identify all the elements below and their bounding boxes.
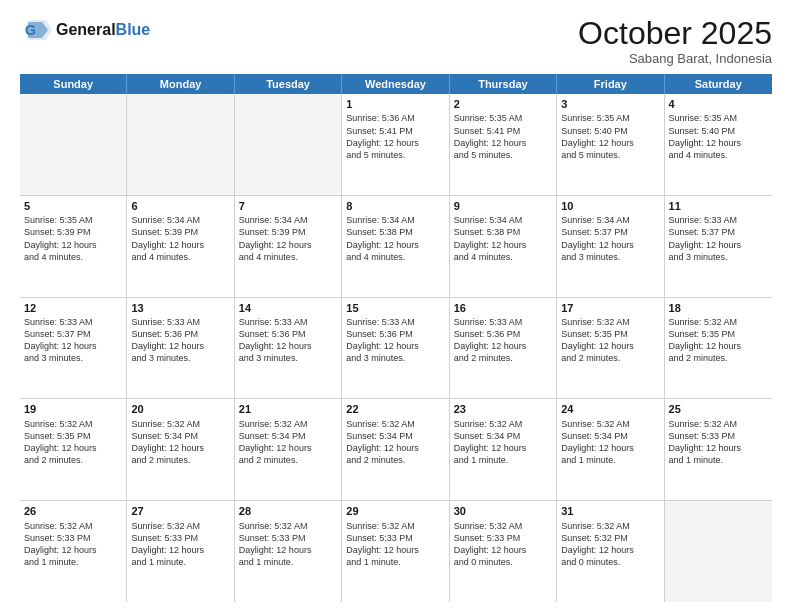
weeks: 1Sunrise: 5:36 AM Sunset: 5:41 PM Daylig…	[20, 94, 772, 602]
day-number: 10	[561, 199, 659, 213]
day-info: Sunrise: 5:35 AM Sunset: 5:41 PM Dayligh…	[454, 112, 552, 161]
calendar: SundayMondayTuesdayWednesdayThursdayFrid…	[20, 74, 772, 602]
day-info: Sunrise: 5:32 AM Sunset: 5:34 PM Dayligh…	[454, 418, 552, 467]
day-header: Monday	[127, 74, 234, 94]
day-info: Sunrise: 5:32 AM Sunset: 5:34 PM Dayligh…	[131, 418, 229, 467]
week-row-3: 12Sunrise: 5:33 AM Sunset: 5:37 PM Dayli…	[20, 298, 772, 400]
day-cell-17: 17Sunrise: 5:32 AM Sunset: 5:35 PM Dayli…	[557, 298, 664, 399]
day-cell-30: 30Sunrise: 5:32 AM Sunset: 5:33 PM Dayli…	[450, 501, 557, 602]
day-header: Thursday	[450, 74, 557, 94]
logo-text: GeneralBlue	[56, 21, 150, 39]
day-cell-6: 6Sunrise: 5:34 AM Sunset: 5:39 PM Daylig…	[127, 196, 234, 297]
day-info: Sunrise: 5:32 AM Sunset: 5:33 PM Dayligh…	[24, 520, 122, 569]
day-number: 9	[454, 199, 552, 213]
day-cell-11: 11Sunrise: 5:33 AM Sunset: 5:37 PM Dayli…	[665, 196, 772, 297]
day-info: Sunrise: 5:32 AM Sunset: 5:34 PM Dayligh…	[346, 418, 444, 467]
day-info: Sunrise: 5:33 AM Sunset: 5:36 PM Dayligh…	[131, 316, 229, 365]
day-cell-28: 28Sunrise: 5:32 AM Sunset: 5:33 PM Dayli…	[235, 501, 342, 602]
day-info: Sunrise: 5:35 AM Sunset: 5:40 PM Dayligh…	[669, 112, 768, 161]
day-cell-15: 15Sunrise: 5:33 AM Sunset: 5:36 PM Dayli…	[342, 298, 449, 399]
day-info: Sunrise: 5:32 AM Sunset: 5:33 PM Dayligh…	[346, 520, 444, 569]
day-cell-27: 27Sunrise: 5:32 AM Sunset: 5:33 PM Dayli…	[127, 501, 234, 602]
day-info: Sunrise: 5:34 AM Sunset: 5:38 PM Dayligh…	[346, 214, 444, 263]
day-number: 29	[346, 504, 444, 518]
day-info: Sunrise: 5:32 AM Sunset: 5:33 PM Dayligh…	[669, 418, 768, 467]
day-number: 31	[561, 504, 659, 518]
day-number: 12	[24, 301, 122, 315]
day-number: 18	[669, 301, 768, 315]
day-header: Tuesday	[235, 74, 342, 94]
day-number: 23	[454, 402, 552, 416]
day-cell-16: 16Sunrise: 5:33 AM Sunset: 5:36 PM Dayli…	[450, 298, 557, 399]
day-cell-25: 25Sunrise: 5:32 AM Sunset: 5:33 PM Dayli…	[665, 399, 772, 500]
day-info: Sunrise: 5:36 AM Sunset: 5:41 PM Dayligh…	[346, 112, 444, 161]
day-cell-9: 9Sunrise: 5:34 AM Sunset: 5:38 PM Daylig…	[450, 196, 557, 297]
day-header: Saturday	[665, 74, 772, 94]
day-info: Sunrise: 5:32 AM Sunset: 5:33 PM Dayligh…	[454, 520, 552, 569]
day-cell-23: 23Sunrise: 5:32 AM Sunset: 5:34 PM Dayli…	[450, 399, 557, 500]
day-info: Sunrise: 5:32 AM Sunset: 5:34 PM Dayligh…	[561, 418, 659, 467]
day-number: 6	[131, 199, 229, 213]
day-number: 28	[239, 504, 337, 518]
logo-icon: G	[20, 16, 52, 44]
week-row-2: 5Sunrise: 5:35 AM Sunset: 5:39 PM Daylig…	[20, 196, 772, 298]
day-info: Sunrise: 5:34 AM Sunset: 5:37 PM Dayligh…	[561, 214, 659, 263]
day-cell-13: 13Sunrise: 5:33 AM Sunset: 5:36 PM Dayli…	[127, 298, 234, 399]
day-cell-1: 1Sunrise: 5:36 AM Sunset: 5:41 PM Daylig…	[342, 94, 449, 195]
day-cell-21: 21Sunrise: 5:32 AM Sunset: 5:34 PM Dayli…	[235, 399, 342, 500]
day-header: Sunday	[20, 74, 127, 94]
logo: G GeneralBlue	[20, 16, 150, 44]
day-number: 17	[561, 301, 659, 315]
day-cell-31: 31Sunrise: 5:32 AM Sunset: 5:32 PM Dayli…	[557, 501, 664, 602]
day-number: 27	[131, 504, 229, 518]
day-info: Sunrise: 5:32 AM Sunset: 5:33 PM Dayligh…	[239, 520, 337, 569]
day-cell-29: 29Sunrise: 5:32 AM Sunset: 5:33 PM Dayli…	[342, 501, 449, 602]
day-info: Sunrise: 5:35 AM Sunset: 5:39 PM Dayligh…	[24, 214, 122, 263]
week-row-4: 19Sunrise: 5:32 AM Sunset: 5:35 PM Dayli…	[20, 399, 772, 501]
day-info: Sunrise: 5:35 AM Sunset: 5:40 PM Dayligh…	[561, 112, 659, 161]
empty-cell	[127, 94, 234, 195]
day-cell-5: 5Sunrise: 5:35 AM Sunset: 5:39 PM Daylig…	[20, 196, 127, 297]
day-cell-19: 19Sunrise: 5:32 AM Sunset: 5:35 PM Dayli…	[20, 399, 127, 500]
day-number: 26	[24, 504, 122, 518]
day-cell-22: 22Sunrise: 5:32 AM Sunset: 5:34 PM Dayli…	[342, 399, 449, 500]
day-cell-7: 7Sunrise: 5:34 AM Sunset: 5:39 PM Daylig…	[235, 196, 342, 297]
day-header: Friday	[557, 74, 664, 94]
day-info: Sunrise: 5:34 AM Sunset: 5:38 PM Dayligh…	[454, 214, 552, 263]
day-info: Sunrise: 5:33 AM Sunset: 5:37 PM Dayligh…	[669, 214, 768, 263]
week-row-1: 1Sunrise: 5:36 AM Sunset: 5:41 PM Daylig…	[20, 94, 772, 196]
day-info: Sunrise: 5:32 AM Sunset: 5:35 PM Dayligh…	[24, 418, 122, 467]
header: G GeneralBlue October 2025 Sabang Barat,…	[20, 16, 772, 66]
week-row-5: 26Sunrise: 5:32 AM Sunset: 5:33 PM Dayli…	[20, 501, 772, 602]
empty-cell	[20, 94, 127, 195]
day-info: Sunrise: 5:34 AM Sunset: 5:39 PM Dayligh…	[239, 214, 337, 263]
day-cell-26: 26Sunrise: 5:32 AM Sunset: 5:33 PM Dayli…	[20, 501, 127, 602]
day-info: Sunrise: 5:32 AM Sunset: 5:35 PM Dayligh…	[561, 316, 659, 365]
day-number: 11	[669, 199, 768, 213]
day-number: 5	[24, 199, 122, 213]
day-cell-10: 10Sunrise: 5:34 AM Sunset: 5:37 PM Dayli…	[557, 196, 664, 297]
day-number: 30	[454, 504, 552, 518]
day-number: 16	[454, 301, 552, 315]
day-cell-2: 2Sunrise: 5:35 AM Sunset: 5:41 PM Daylig…	[450, 94, 557, 195]
day-number: 24	[561, 402, 659, 416]
day-number: 2	[454, 97, 552, 111]
day-number: 4	[669, 97, 768, 111]
day-cell-18: 18Sunrise: 5:32 AM Sunset: 5:35 PM Dayli…	[665, 298, 772, 399]
day-cell-3: 3Sunrise: 5:35 AM Sunset: 5:40 PM Daylig…	[557, 94, 664, 195]
day-cell-20: 20Sunrise: 5:32 AM Sunset: 5:34 PM Dayli…	[127, 399, 234, 500]
svg-text:G: G	[25, 22, 36, 38]
day-number: 7	[239, 199, 337, 213]
day-cell-24: 24Sunrise: 5:32 AM Sunset: 5:34 PM Dayli…	[557, 399, 664, 500]
location: Sabang Barat, Indonesia	[578, 51, 772, 66]
day-cell-14: 14Sunrise: 5:33 AM Sunset: 5:36 PM Dayli…	[235, 298, 342, 399]
day-info: Sunrise: 5:33 AM Sunset: 5:36 PM Dayligh…	[346, 316, 444, 365]
day-header: Wednesday	[342, 74, 449, 94]
day-number: 1	[346, 97, 444, 111]
day-info: Sunrise: 5:33 AM Sunset: 5:37 PM Dayligh…	[24, 316, 122, 365]
day-number: 19	[24, 402, 122, 416]
empty-cell	[235, 94, 342, 195]
day-cell-4: 4Sunrise: 5:35 AM Sunset: 5:40 PM Daylig…	[665, 94, 772, 195]
day-number: 15	[346, 301, 444, 315]
title-block: October 2025 Sabang Barat, Indonesia	[578, 16, 772, 66]
